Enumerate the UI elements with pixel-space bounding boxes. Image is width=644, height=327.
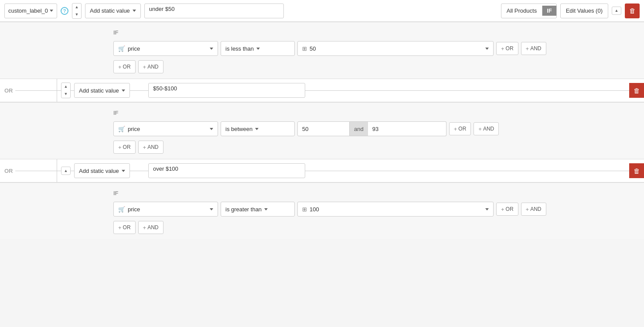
operator-label-3: is greater than — [225, 206, 262, 213]
value-text-3: 100 — [310, 206, 319, 213]
main-content: IF 🛒 price is less than ⊞ 50 + — [0, 22, 644, 239]
if-badge: IF — [542, 6, 556, 16]
and-text: and — [354, 126, 364, 132]
or1-add-static[interactable]: Add static value — [74, 83, 130, 98]
or-btn-3: OR — [123, 144, 131, 150]
action-row-1: + OR + AND — [113, 60, 635, 73]
or2-add-static-arrow — [122, 170, 125, 172]
inline-and-button-3[interactable]: + AND — [521, 203, 546, 216]
or-button-2[interactable]: + OR — [113, 141, 136, 154]
top-up-arrow-icon[interactable]: ▲ — [612, 7, 621, 14]
between-group: 50 and 93 — [297, 121, 446, 136]
up-arrow-icon[interactable]: ▲ — [72, 3, 81, 11]
inline-or-button-1[interactable]: + OR — [496, 42, 518, 55]
or1-delete-button[interactable]: 🗑 — [629, 83, 644, 98]
value-arrow-3 — [485, 208, 489, 210]
operator-select-3[interactable]: is greater than — [221, 202, 295, 217]
plus-and-2-icon: + — [143, 64, 147, 70]
field-select-2[interactable]: 🛒 price — [113, 121, 218, 136]
or-btn-label-2: OR — [458, 126, 466, 132]
operator-arrow-2 — [255, 128, 259, 130]
or2-value-input[interactable]: over $100 — [148, 163, 305, 178]
or-reorder-arrows-2[interactable]: ▲ — [61, 167, 71, 175]
add-static-arrow-icon — [133, 10, 136, 12]
cart-icon-1: 🛒 — [118, 45, 125, 52]
inline-or-button-2[interactable]: + OR — [449, 122, 471, 135]
between-val2[interactable]: 93 — [368, 121, 446, 136]
value-input[interactable]: under $50 — [144, 3, 284, 18]
add-static-button[interactable]: Add static value — [85, 3, 141, 18]
or2-add-static[interactable]: Add static value — [74, 163, 130, 178]
value-arrow-1 — [485, 48, 489, 50]
and-button-3[interactable]: + AND — [138, 221, 164, 234]
info-icon[interactable]: ? — [61, 7, 68, 15]
value-field-3[interactable]: ⊞ 100 — [297, 202, 494, 217]
and-btn-2: AND — [147, 64, 158, 70]
plus-or-icon-3: + — [501, 206, 504, 213]
and-button-2[interactable]: + AND — [138, 141, 164, 154]
rule-section-1: IF 🛒 price is less than ⊞ 50 + — [0, 22, 644, 79]
and-btn-3: AND — [147, 144, 158, 150]
cart-icon-2: 🛒 — [118, 126, 125, 132]
operator-select-2[interactable]: is between — [221, 121, 295, 136]
or-btn-4: OR — [123, 224, 131, 231]
and-btn-label-1: AND — [530, 45, 541, 52]
action-row-3: + OR + AND — [113, 221, 635, 234]
if-label-1: IF — [113, 29, 635, 36]
or-label-2: OR — [4, 168, 13, 174]
or2-delete-button[interactable]: 🗑 — [629, 163, 644, 178]
hash-icon-1: ⊞ — [302, 45, 307, 52]
or-btn-label-1: OR — [506, 45, 514, 52]
operator-label-2: is between — [225, 126, 252, 132]
field-label-2: price — [128, 126, 207, 132]
down-arrow-icon[interactable]: ▼ — [72, 11, 81, 18]
action-row-2: + OR + AND — [113, 141, 635, 154]
plus-and-icon-2: + — [478, 126, 482, 132]
condition-row-2: 🛒 price is between 50 and 93 — [113, 121, 635, 136]
or-down-icon-1[interactable]: ▼ — [61, 90, 70, 98]
between-val1-text: 50 — [302, 126, 308, 132]
inline-and-button-1[interactable]: + AND — [521, 42, 546, 55]
top-reorder-arrows[interactable]: ▲ — [612, 7, 621, 15]
inline-or-button-3[interactable]: + OR — [496, 203, 518, 216]
or1-value-input[interactable]: $50-$100 — [148, 83, 305, 98]
and-button-1[interactable]: + AND — [138, 60, 164, 73]
plus-or-icon-1: + — [501, 45, 504, 52]
or-separator-2: OR ▲ Add static value over $100 🗑 — [0, 159, 644, 182]
reorder-arrows[interactable]: ▲ ▼ — [72, 3, 82, 19]
operator-select-1[interactable]: is less than — [221, 41, 295, 56]
plus-or-icon-2: + — [454, 126, 457, 132]
or1-add-static-arrow — [122, 89, 125, 92]
or-up-icon-1[interactable]: ▲ — [61, 83, 70, 90]
rule-section-2: IF 🛒 price is between 50 and 93 — [0, 102, 644, 159]
all-products-label[interactable]: All Products — [501, 6, 542, 16]
condition-row-3: 🛒 price is greater than ⊞ 100 + OR + AND — [113, 202, 635, 217]
or-button-3[interactable]: + OR — [113, 221, 136, 234]
plus-and-4-icon: + — [143, 224, 147, 231]
if-label-3: IF — [113, 190, 635, 196]
value-field-1[interactable]: ⊞ 50 — [297, 41, 494, 56]
plus-or-3-icon: + — [118, 144, 122, 151]
all-products-group: All Products IF — [501, 3, 557, 18]
inline-and-button-2[interactable]: + AND — [474, 122, 499, 135]
or-label-1: OR — [4, 87, 13, 94]
or-reorder-arrows-1[interactable]: ▲ ▼ — [61, 83, 71, 98]
field-select-1[interactable]: 🛒 price — [113, 41, 218, 56]
top-delete-button[interactable]: 🗑 — [625, 3, 640, 18]
field-select-3[interactable]: 🛒 price — [113, 202, 218, 217]
plus-or-4-icon: + — [118, 224, 122, 231]
rule-section-3: IF 🛒 price is greater than ⊞ 100 + OR — [0, 182, 644, 239]
edit-values-button[interactable]: Edit Values (0) — [560, 3, 608, 18]
and-btn-label-2: AND — [483, 126, 494, 132]
or-separator-1: OR ▲ ▼ Add static value $50-$100 🗑 — [0, 79, 644, 102]
value-text-1: 50 — [310, 45, 316, 52]
or2-add-static-label: Add static value — [79, 168, 119, 174]
cart-icon-3: 🛒 — [118, 206, 125, 213]
custom-label-text: custom_label_0 — [8, 7, 48, 14]
or-up-icon-2[interactable]: ▲ — [61, 167, 70, 175]
between-and-label: and — [350, 121, 368, 136]
or-button-1[interactable]: + OR — [113, 60, 136, 73]
custom-label-dropdown[interactable]: custom_label_0 — [4, 3, 57, 18]
between-val1[interactable]: 50 — [297, 121, 350, 136]
if-label-2: IF — [113, 110, 635, 116]
